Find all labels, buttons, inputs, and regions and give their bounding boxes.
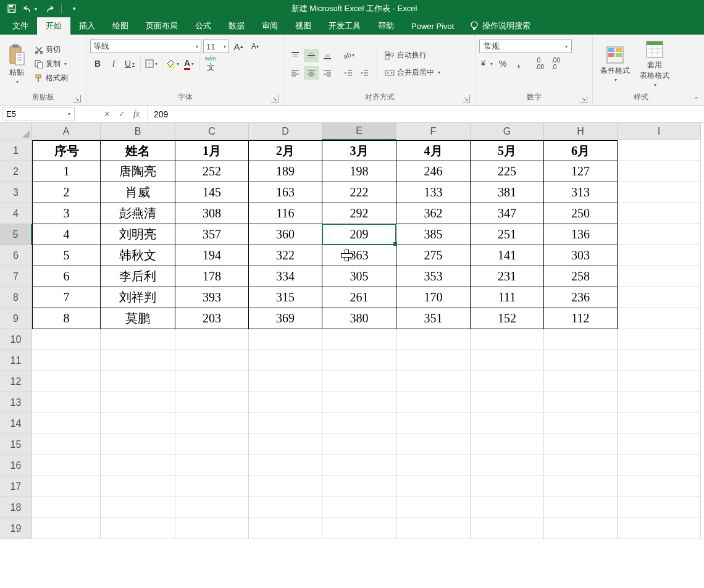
cell-I4[interactable] xyxy=(618,203,701,224)
cell-C16[interactable] xyxy=(175,455,249,476)
font-name-combo[interactable]: 等线▾ xyxy=(90,40,201,53)
cell-B8[interactable]: 刘祥判 xyxy=(101,287,175,308)
cell-B18[interactable] xyxy=(101,497,175,518)
cell-E10[interactable] xyxy=(322,329,396,350)
cell-I17[interactable] xyxy=(618,476,701,497)
cell-G5[interactable]: 251 xyxy=(471,224,544,245)
cell-H15[interactable] xyxy=(544,434,618,455)
cell-H4[interactable]: 250 xyxy=(544,203,618,224)
cell-F13[interactable] xyxy=(396,392,471,413)
cell-E2[interactable]: 198 xyxy=(322,161,396,182)
decrease-font-button[interactable]: A▾ xyxy=(248,40,262,53)
row-header-3[interactable]: 3 xyxy=(0,182,32,203)
cell-H18[interactable] xyxy=(544,497,618,518)
cell-F7[interactable]: 353 xyxy=(396,266,471,287)
row-header-9[interactable]: 9 xyxy=(0,308,32,329)
cell-A6[interactable]: 5 xyxy=(32,245,101,266)
cell-H6[interactable]: 303 xyxy=(544,245,618,266)
tab-draw[interactable]: 绘图 xyxy=(104,17,137,35)
cell-B12[interactable] xyxy=(101,371,175,392)
cell-C9[interactable]: 203 xyxy=(175,308,249,329)
row-header-8[interactable]: 8 xyxy=(0,287,32,308)
cell-E18[interactable] xyxy=(322,497,396,518)
cell-C13[interactable] xyxy=(175,392,249,413)
cell-C5[interactable]: 357 xyxy=(175,224,249,245)
cell-C12[interactable] xyxy=(175,371,249,392)
undo-button[interactable]: ▾ xyxy=(22,2,38,15)
row-header-5[interactable]: 5 xyxy=(0,224,32,245)
align-bottom-button[interactable] xyxy=(320,49,335,62)
cell-A13[interactable] xyxy=(32,392,101,413)
bold-button[interactable]: B xyxy=(90,57,105,70)
cell-E7[interactable]: 305 xyxy=(322,266,396,287)
cell-E8[interactable]: 261 xyxy=(322,287,396,308)
paste-button[interactable]: 粘贴 ▾ xyxy=(4,43,30,86)
cell-D8[interactable]: 315 xyxy=(249,287,322,308)
cell-C14[interactable] xyxy=(175,413,249,434)
cell-F16[interactable] xyxy=(396,455,471,476)
column-header-F[interactable]: F xyxy=(396,123,471,140)
cell-G13[interactable] xyxy=(471,392,544,413)
cell-F9[interactable]: 351 xyxy=(396,308,471,329)
cell-B9[interactable]: 莫鹏 xyxy=(101,308,175,329)
cell-I11[interactable] xyxy=(618,350,701,371)
cell-A8[interactable]: 7 xyxy=(32,287,101,308)
row-header-12[interactable]: 12 xyxy=(0,371,32,392)
cell-F3[interactable]: 133 xyxy=(396,182,471,203)
cell-I9[interactable] xyxy=(618,308,701,329)
row-header-4[interactable]: 4 xyxy=(0,203,32,224)
cell-H2[interactable]: 127 xyxy=(544,161,618,182)
wrap-text-button[interactable]: ab 自动换行 xyxy=(382,49,443,62)
cell-C3[interactable]: 145 xyxy=(175,182,249,203)
cell-B19[interactable] xyxy=(101,518,175,539)
cell-I19[interactable] xyxy=(618,518,701,539)
cell-F11[interactable] xyxy=(396,350,471,371)
row-header-18[interactable]: 18 xyxy=(0,497,32,518)
save-button[interactable] xyxy=(4,2,20,15)
cell-C19[interactable] xyxy=(175,518,249,539)
select-all-button[interactable] xyxy=(0,123,32,140)
cell-D16[interactable] xyxy=(249,455,322,476)
cell-F5[interactable]: 385 xyxy=(396,224,471,245)
font-size-combo[interactable]: 11▾ xyxy=(203,40,229,53)
cell-E14[interactable] xyxy=(322,413,396,434)
cell-H16[interactable] xyxy=(544,455,618,476)
cell-E5[interactable]: 209 xyxy=(322,224,396,245)
cell-G3[interactable]: 381 xyxy=(471,182,544,203)
tab-home[interactable]: 开始 xyxy=(37,17,70,35)
percent-format-button[interactable]: % xyxy=(495,57,510,70)
row-header-15[interactable]: 15 xyxy=(0,434,32,455)
cell-G9[interactable]: 152 xyxy=(471,308,544,329)
align-right-button[interactable] xyxy=(320,66,335,80)
cell-B11[interactable] xyxy=(101,350,175,371)
cell-G17[interactable] xyxy=(471,476,544,497)
cell-B17[interactable] xyxy=(101,476,175,497)
cell-D10[interactable] xyxy=(249,329,322,350)
column-header-G[interactable]: G xyxy=(471,123,544,140)
cell-A16[interactable] xyxy=(32,455,101,476)
cell-D5[interactable]: 360 xyxy=(249,224,322,245)
cell-G7[interactable]: 231 xyxy=(471,266,544,287)
row-header-16[interactable]: 16 xyxy=(0,455,32,476)
cell-E19[interactable] xyxy=(322,518,396,539)
decrease-decimal-button[interactable]: .00.0 xyxy=(548,57,563,70)
cell-C17[interactable] xyxy=(175,476,249,497)
cell-H9[interactable]: 112 xyxy=(544,308,618,329)
cell-H10[interactable] xyxy=(544,329,618,350)
cell-F12[interactable] xyxy=(396,371,471,392)
cell-G18[interactable] xyxy=(471,497,544,518)
cell-H12[interactable] xyxy=(544,371,618,392)
cell-D9[interactable]: 369 xyxy=(249,308,322,329)
cell-I10[interactable] xyxy=(618,329,701,350)
cell-I14[interactable] xyxy=(618,413,701,434)
row-header-2[interactable]: 2 xyxy=(0,161,32,182)
cell-E13[interactable] xyxy=(322,392,396,413)
format-as-table-button[interactable]: 套用 表格格式▾ xyxy=(636,39,673,89)
cell-H8[interactable]: 236 xyxy=(544,287,618,308)
tab-page-layout[interactable]: 页面布局 xyxy=(137,17,186,35)
row-header-19[interactable]: 19 xyxy=(0,518,32,539)
cell-F8[interactable]: 170 xyxy=(396,287,471,308)
cell-I16[interactable] xyxy=(618,455,701,476)
row-header-17[interactable]: 17 xyxy=(0,476,32,497)
cell-D2[interactable]: 189 xyxy=(249,161,322,182)
